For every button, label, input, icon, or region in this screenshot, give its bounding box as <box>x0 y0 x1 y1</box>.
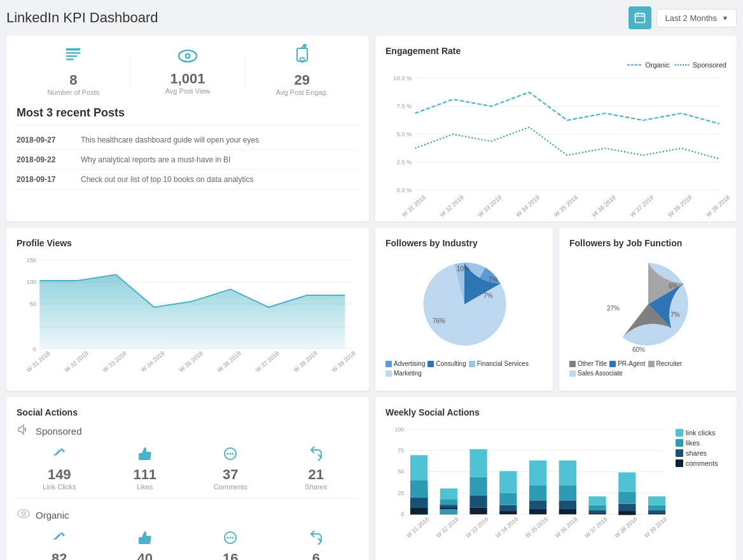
kpi-views-value: 1,001 <box>170 71 205 87</box>
svg-point-14 <box>303 44 307 48</box>
post-row-3: 2018-09-17 Check out our list of top 10 … <box>17 170 359 190</box>
chevron-down-icon: ▼ <box>722 15 728 22</box>
svg-rect-108 <box>529 461 546 486</box>
financial-color <box>469 361 475 367</box>
svg-rect-111 <box>559 485 576 500</box>
svg-point-65 <box>230 453 232 455</box>
top-row: 8 Number of Posts 1,001 Avg Post View <box>6 36 737 221</box>
likes-icon <box>137 446 153 465</box>
post-text-3: Check out our list of top 10 books on da… <box>81 175 254 184</box>
likes-legend-color <box>676 439 683 447</box>
sponsored-metrics: 149 Link Clicks 111 Likes <box>17 446 359 491</box>
svg-rect-106 <box>529 500 546 509</box>
legend-consulting: Consulting <box>427 360 466 367</box>
svg-rect-87 <box>410 498 427 508</box>
sponsored-comments: 37 Comments <box>188 446 274 491</box>
svg-rect-89 <box>410 455 427 480</box>
organic-comments-value: 16 <box>223 550 238 560</box>
organic-label: Organic <box>36 510 69 521</box>
svg-rect-7 <box>66 59 74 60</box>
svg-rect-93 <box>440 508 457 509</box>
organic-shares: 6 Shares <box>274 530 359 560</box>
svg-rect-122 <box>648 510 665 513</box>
svg-rect-117 <box>618 511 635 515</box>
organic-likes-icon <box>137 530 153 549</box>
organic-link-clicks-icon <box>52 530 67 549</box>
weekly-legend: link clicks likes shares comments <box>676 423 726 560</box>
svg-rect-105 <box>529 509 546 514</box>
svg-text:0: 0 <box>401 511 404 517</box>
kpi-posts-value: 8 <box>69 72 77 88</box>
svg-text:W 35 2018: W 35 2018 <box>553 193 579 218</box>
svg-rect-115 <box>588 505 606 510</box>
followers-industry-chart: 76% 10% 7% 7% Advertising Consulting <box>385 253 543 377</box>
date-filter-button[interactable]: Last 2 Months ▼ <box>656 9 737 27</box>
svg-rect-113 <box>588 513 606 514</box>
followers-job-card: Followers by Job Function 27% 60% 7% <box>559 228 737 391</box>
svg-text:W 34 2018: W 34 2018 <box>515 193 541 218</box>
sponsored-likes: 111 Likes <box>102 446 188 491</box>
sponsored-link-clicks-value: 149 <box>48 466 71 483</box>
svg-text:W 35 2018: W 35 2018 <box>524 515 549 539</box>
kpi-views: 1,001 Avg Post View <box>131 48 245 95</box>
sponsored-legend: Sponsored <box>675 61 726 69</box>
svg-text:W 31 2018: W 31 2018 <box>405 515 430 539</box>
svg-rect-118 <box>618 504 635 512</box>
svg-text:7%: 7% <box>483 292 493 299</box>
consulting-color <box>427 361 434 367</box>
organic-likes-value: 40 <box>137 550 153 560</box>
followers-industry-card: Followers by Industry 76% 10% <box>375 228 553 391</box>
organic-legend: Organic <box>627 61 670 69</box>
weekly-social-title: Weekly Social Actions <box>385 407 726 417</box>
legend-pr-agent: PR-Agent <box>609 360 645 367</box>
svg-point-68 <box>22 512 25 515</box>
comments-label: Comments <box>214 483 247 491</box>
svg-text:W 39 2018: W 39 2018 <box>705 193 731 218</box>
organic-link-clicks-value: 82 <box>52 550 67 560</box>
svg-text:W 39 2018: W 39 2018 <box>643 515 668 539</box>
weekly-chart-area: 100 75 50 25 0 <box>385 423 726 560</box>
post-date-3: 2018-09-17 <box>17 175 71 184</box>
organic-link-clicks: 82 Link Clicks <box>17 530 102 560</box>
sponsored-header: Sponsored <box>17 423 359 440</box>
svg-point-72 <box>232 537 234 539</box>
kpi-engag: 29 Avg Post Engag. <box>245 46 359 96</box>
post-row-2: 2018-09-22 Why analytical reports are a … <box>17 150 359 170</box>
likes-label: Likes <box>137 483 153 491</box>
legend-advertising: Advertising <box>385 360 425 367</box>
followers-job-chart: 27% 60% 7% 6% Other Title PR-Agent <box>569 253 726 377</box>
profile-views-card: Profile Views 150 100 50 0 <box>6 228 369 391</box>
shares-icon <box>309 446 324 465</box>
date-filter-label: Last 2 Months <box>665 13 717 23</box>
calendar-icon <box>628 6 651 29</box>
svg-text:W 36 2018: W 36 2018 <box>554 515 579 539</box>
svg-rect-110 <box>559 500 576 509</box>
svg-text:W 34 2018: W 34 2018 <box>140 350 166 374</box>
svg-text:50: 50 <box>398 468 404 475</box>
svg-point-67 <box>18 510 29 518</box>
svg-text:W 37 2018: W 37 2018 <box>254 350 281 374</box>
svg-text:0.0 %: 0.0 % <box>397 186 412 193</box>
svg-text:50: 50 <box>30 301 36 307</box>
svg-text:W 33 2018: W 33 2018 <box>465 515 490 539</box>
post-text-2: Why analytical reports are a must-have i… <box>81 155 230 164</box>
svg-point-64 <box>227 453 229 455</box>
dashboard: LinkedIn KPI Dashboard Last 2 Months ▼ <box>0 0 743 560</box>
advertising-color <box>385 361 392 367</box>
svg-text:6%: 6% <box>669 283 678 290</box>
svg-rect-86 <box>410 508 427 514</box>
svg-text:W 37 2018: W 37 2018 <box>628 193 655 218</box>
svg-rect-6 <box>66 55 78 57</box>
svg-point-71 <box>230 537 232 539</box>
svg-rect-4 <box>66 48 81 51</box>
sponsored-link-clicks: 149 Link Clicks <box>17 446 102 491</box>
kpi-engag-value: 29 <box>294 72 309 88</box>
social-actions-title: Social Actions <box>17 407 359 417</box>
svg-text:75: 75 <box>398 447 404 454</box>
legend-comments: comments <box>676 459 726 467</box>
svg-text:W 37 2018: W 37 2018 <box>584 515 609 539</box>
post-date-2: 2018-09-22 <box>17 155 71 164</box>
svg-text:W 38 2018: W 38 2018 <box>614 515 639 539</box>
svg-marker-45 <box>39 275 345 349</box>
svg-text:7%: 7% <box>489 276 498 283</box>
